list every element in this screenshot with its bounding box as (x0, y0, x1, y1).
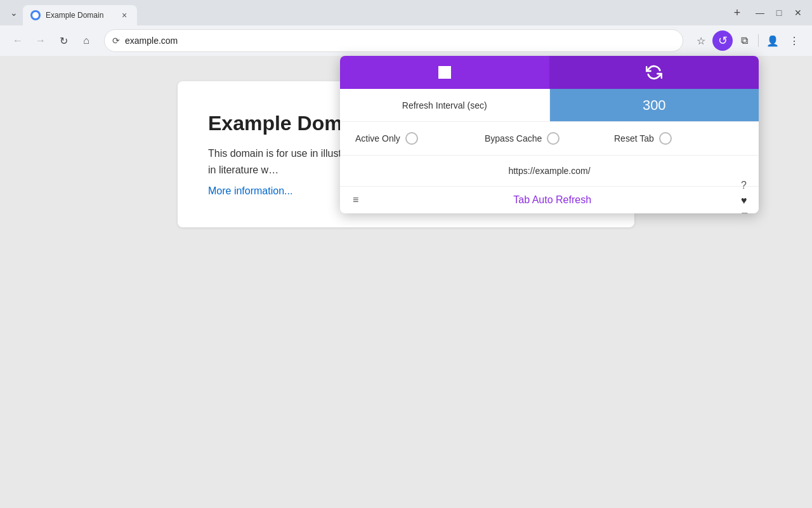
reset-tab-radio[interactable] (659, 132, 672, 145)
address-bar[interactable]: ⟳ example.com (104, 29, 683, 52)
maximize-button[interactable]: □ (770, 4, 788, 22)
heart-icon[interactable]: ♥ (741, 196, 749, 206)
footer-icons: ? ♥ ⊡ (741, 180, 749, 213)
nav-bar: ← → ↻ ⌂ ⟳ example.com ☆ ↺ ⧉ 👤 (0, 25, 812, 56)
options-row: Active Only Bypass Cache Reset Tab (340, 122, 759, 156)
chrome-menu-button[interactable]: ⋮ (784, 30, 804, 51)
bypass-cache-label: Bypass Cache (485, 133, 542, 144)
home-button[interactable]: ⌂ (76, 30, 96, 51)
screen-icon[interactable]: ⊡ (741, 211, 749, 213)
address-security-icon: ⟳ (112, 36, 120, 46)
active-only-radio[interactable] (405, 132, 418, 145)
back-button[interactable]: ← (8, 30, 28, 51)
bypass-cache-option: Bypass Cache (485, 132, 614, 145)
popup-url: https://example.com/ (508, 166, 590, 176)
refresh-extension-icon: ↺ (718, 34, 728, 48)
active-tab[interactable]: Example Domain × (23, 5, 137, 25)
bookmark-button[interactable]: ☆ (691, 30, 711, 51)
popup-header (340, 56, 759, 89)
refresh-button[interactable] (549, 56, 759, 89)
interval-value[interactable]: 300 (550, 89, 759, 121)
bypass-cache-radio[interactable] (547, 132, 560, 145)
more-info-link[interactable]: More information... (208, 185, 292, 196)
extensions-icon: ⧉ (741, 35, 748, 46)
stop-icon (438, 66, 451, 79)
reset-tab-label: Reset Tab (614, 133, 654, 144)
forward-button[interactable]: → (30, 30, 51, 51)
new-tab-button[interactable]: + (728, 4, 746, 22)
popup-footer-title: Tab Auto Refresh (358, 194, 746, 206)
chrome-menu-icon: ⋮ (789, 35, 799, 47)
popup-menu-icon[interactable]: ≡ (353, 194, 358, 206)
svg-point-0 (32, 12, 39, 18)
profile-button[interactable]: 👤 (763, 30, 783, 51)
browser-chrome: ⌄ Example Domain × + — □ (0, 0, 812, 56)
window-controls: — □ ✕ (751, 4, 807, 22)
reset-tab-option: Reset Tab (614, 132, 743, 145)
extensions-button[interactable]: ⧉ (734, 30, 754, 51)
interval-label: Refresh Interval (sec) (340, 89, 550, 121)
extension-tab-refresh-button[interactable]: ↺ (712, 30, 733, 51)
tab-favicon (30, 10, 41, 20)
toolbar-divider (758, 34, 759, 47)
profile-icon: 👤 (766, 35, 779, 47)
close-window-button[interactable]: ✕ (789, 4, 807, 22)
refresh-icon (646, 64, 662, 81)
tab-title: Example Domain (46, 11, 117, 20)
reload-button[interactable]: ↻ (53, 30, 74, 51)
active-only-label: Active Only (355, 133, 400, 144)
star-icon: ☆ (697, 35, 705, 47)
url-row: https://example.com/ (340, 156, 759, 187)
tab-close-button[interactable]: × (119, 10, 129, 20)
address-text: example.com (125, 36, 675, 46)
popup-footer: ≡ Tab Auto Refresh ? ♥ ⊡ (340, 187, 759, 213)
toolbar-right: ☆ ↺ ⧉ 👤 ⋮ (691, 30, 804, 51)
help-icon[interactable]: ? (741, 180, 749, 190)
title-bar: ⌄ Example Domain × + — □ (0, 0, 812, 25)
minimize-button[interactable]: — (751, 4, 769, 22)
active-only-option: Active Only (355, 132, 485, 145)
tab-strip: Example Domain × (23, 0, 726, 25)
interval-row: Refresh Interval (sec) 300 (340, 89, 759, 122)
extension-popup: Refresh Interval (sec) 300 Active Only B… (340, 56, 759, 213)
stop-button[interactable] (340, 56, 549, 89)
tab-list-button[interactable]: ⌄ (5, 4, 23, 22)
